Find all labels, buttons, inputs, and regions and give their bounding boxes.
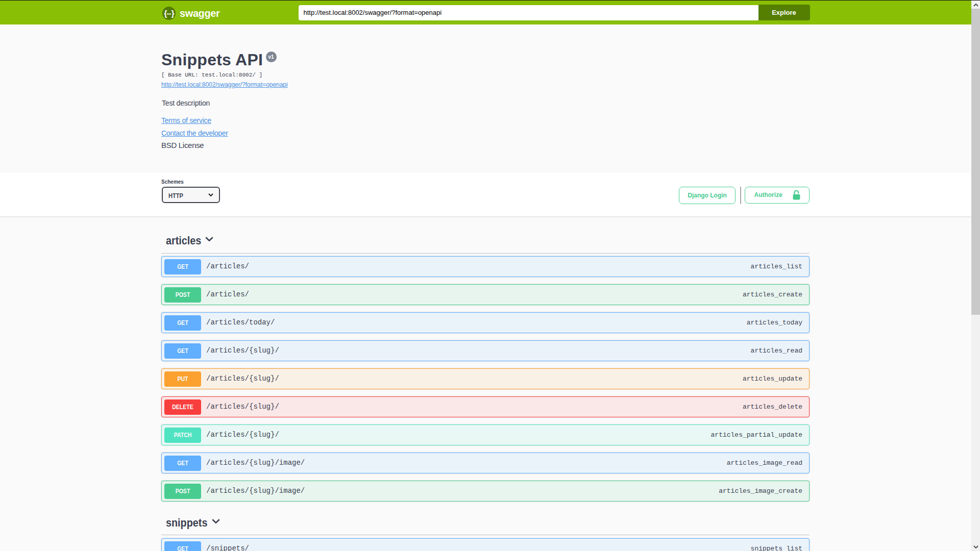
svg-text:{: { [164,9,167,17]
svg-text:}: } [171,9,174,17]
